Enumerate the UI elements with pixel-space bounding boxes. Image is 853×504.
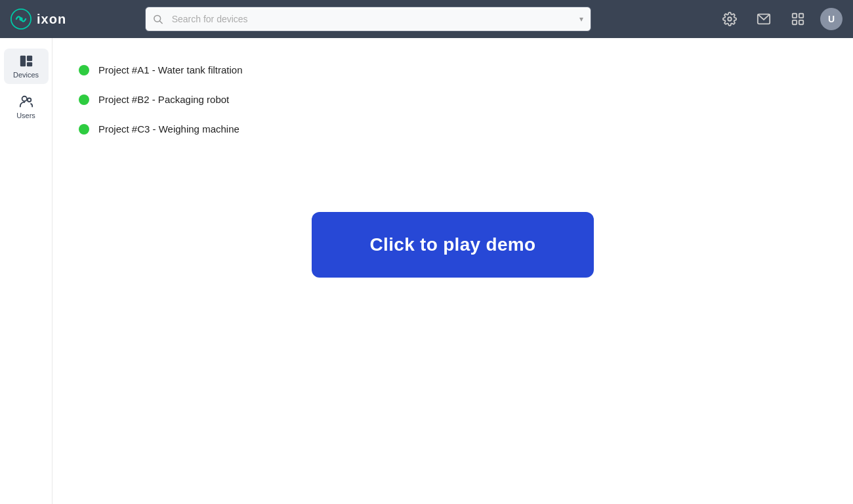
status-dot-2 [79,94,89,105]
navbar-right: U [718,7,843,31]
svg-rect-11 [26,56,31,61]
search-icon [153,14,163,24]
devices-icon [19,54,33,68]
user-avatar[interactable]: U [820,8,843,30]
logo-area: ixon [10,9,76,30]
play-demo-button[interactable]: Click to play demo [312,212,594,278]
project-list: Project #A1 - Water tank filtration Proj… [79,64,827,135]
svg-rect-12 [26,62,31,66]
svg-point-4 [728,17,732,21]
main-layout: Devices Users Project #A1 - Water tank f… [0,38,853,504]
settings-button[interactable] [718,7,741,31]
demo-button-wrap: Click to play demo [312,212,594,278]
svg-rect-10 [20,56,25,67]
project-item-1: Project #A1 - Water tank filtration [79,64,827,75]
project-name-2: Project #B2 - Packaging robot [98,94,229,105]
sidebar-item-devices-label: Devices [13,71,39,79]
search-bar[interactable]: ▾ [145,7,591,32]
main-content: Project #A1 - Water tank filtration Proj… [52,38,853,504]
project-item-3: Project #C3 - Weighing machine [79,123,827,135]
grid-icon [791,12,805,26]
project-name-3: Project #C3 - Weighing machine [98,123,239,135]
users-icon [19,94,33,109]
svg-point-14 [27,98,31,102]
svg-point-1 [19,17,22,20]
ixon-logo-icon [10,9,31,30]
search-dropdown-icon: ▾ [579,14,583,24]
status-dot-1 [79,65,89,75]
svg-rect-8 [793,20,797,24]
logo-text: ixon [37,12,66,27]
project-name-1: Project #A1 - Water tank filtration [98,64,243,75]
status-dot-3 [79,124,89,135]
search-input[interactable] [145,7,591,32]
grid-button[interactable] [786,7,810,31]
svg-line-3 [159,21,162,24]
mail-icon [757,12,771,26]
svg-rect-7 [799,14,803,18]
sidebar-item-users-label: Users [16,112,35,119]
sidebar: Devices Users [0,38,52,504]
svg-rect-9 [799,20,803,24]
project-item-2: Project #B2 - Packaging robot [79,94,827,105]
svg-rect-6 [793,14,797,18]
mail-button[interactable] [752,7,776,31]
gear-icon [722,12,737,26]
sidebar-item-devices[interactable]: Devices [4,49,49,84]
navbar: ixon ▾ [0,0,853,38]
sidebar-item-users[interactable]: Users [4,89,49,125]
svg-point-13 [22,96,26,101]
